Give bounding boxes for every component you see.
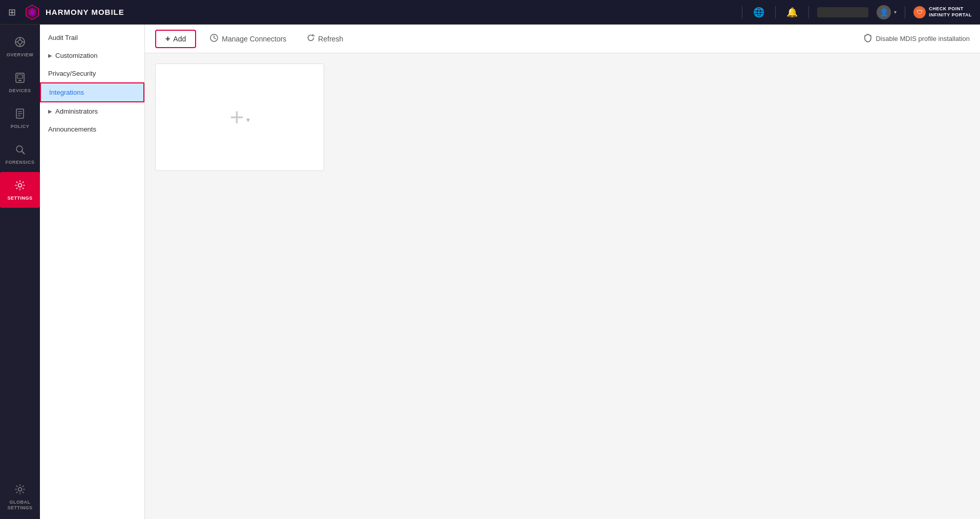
disable-mdis-label: Disable MDIS profile installation (876, 35, 970, 42)
overview-label: OVERVIEW (7, 52, 33, 57)
top-header: ⊞ HARMONY MOBILE 🌐 🔔 👤 ▾ 🛡 CHECK POINT I… (0, 0, 980, 25)
manage-connectors-icon (209, 33, 219, 45)
brand-logo-icon (24, 4, 40, 20)
global-settings-label: GLOBALSETTINGS (7, 500, 32, 511)
account-menu[interactable]: 👤 ▾ (877, 5, 897, 19)
sidebar-item-privacy-security[interactable]: Privacy/Security (40, 64, 144, 82)
svg-point-18 (18, 183, 22, 187)
main-layout: OVERVIEW DEVICES POLICY (0, 25, 980, 519)
svg-rect-11 (18, 80, 22, 81)
refresh-button[interactable]: Refresh (300, 30, 350, 48)
settings-sidebar: Audit Trail ▶ Customization Privacy/Secu… (40, 25, 145, 519)
account-input[interactable] (817, 7, 868, 17)
administrators-chevron-icon: ▶ (48, 109, 52, 114)
sidebar-item-devices[interactable]: DEVICES (0, 64, 40, 100)
forensics-icon (14, 144, 26, 158)
content-area: + Add Manage Connectors (145, 25, 980, 519)
add-plus-icon: + (165, 34, 170, 44)
refresh-label: Refresh (318, 35, 343, 43)
audit-trail-label: Audit Trail (48, 34, 78, 41)
header-divider-4 (905, 6, 905, 18)
content-toolbar: + Add Manage Connectors (145, 25, 980, 53)
sidebar-item-overview[interactable]: OVERVIEW (0, 29, 40, 64)
add-button[interactable]: + Add (155, 30, 196, 48)
bell-icon[interactable]: 🔔 (784, 4, 800, 20)
policy-label: POLICY (11, 124, 30, 129)
sidebar-item-customization[interactable]: ▶ Customization (40, 47, 144, 64)
content-body: + ▾ (145, 53, 980, 519)
forensics-label: FORENSICS (5, 160, 34, 165)
svg-rect-10 (17, 75, 23, 78)
globe-icon[interactable]: 🌐 (751, 4, 767, 20)
header-divider-3 (808, 6, 809, 18)
avatar: 👤 (877, 5, 891, 19)
sidebar-item-announcements[interactable]: Announcements (40, 120, 144, 138)
svg-point-4 (18, 40, 22, 44)
sidebar-item-policy[interactable]: POLICY (0, 100, 40, 136)
disable-mdis-button[interactable]: Disable MDIS profile installation (863, 33, 970, 45)
checkpoint-text: CHECK POINT INFINITY PORTAL (929, 6, 972, 18)
sidebar-item-administrators[interactable]: ▶ Administrators (40, 102, 144, 120)
header-divider-2 (775, 6, 776, 18)
sidebar-item-global-settings[interactable]: GLOBALSETTINGS (0, 479, 40, 515)
app-title: HARMONY MOBILE (46, 8, 124, 16)
global-settings-icon (14, 484, 26, 498)
devices-icon (15, 72, 25, 86)
header-logo: HARMONY MOBILE (24, 4, 124, 20)
customization-label: Customization (55, 52, 97, 59)
add-label: Add (173, 35, 186, 43)
settings-icon (14, 180, 26, 193)
manage-connectors-button[interactable]: Manage Connectors (202, 30, 293, 48)
overview-icon (14, 36, 26, 50)
sidebar-item-forensics[interactable]: FORENSICS (0, 136, 40, 172)
svg-point-19 (18, 487, 22, 491)
header-divider-1 (742, 6, 742, 18)
add-integration-card[interactable]: + ▾ (155, 63, 324, 171)
privacy-security-label: Privacy/Security (48, 70, 96, 77)
policy-icon (15, 108, 25, 122)
grid-icon[interactable]: ⊞ (8, 7, 16, 18)
devices-label: DEVICES (9, 88, 31, 93)
sidebar-item-integrations[interactable]: Integrations (40, 82, 144, 102)
svg-line-17 (22, 151, 25, 154)
account-chevron-icon: ▾ (894, 9, 897, 15)
left-nav: OVERVIEW DEVICES POLICY (0, 25, 40, 519)
nav-bottom: GLOBALSETTINGS (0, 479, 40, 515)
settings-label: SETTINGS (7, 196, 32, 201)
svg-point-16 (16, 146, 23, 152)
announcements-label: Announcements (48, 125, 96, 133)
sidebar-item-audit-trail[interactable]: Audit Trail (40, 29, 144, 47)
checkpoint-portal: 🛡 CHECK POINT INFINITY PORTAL (913, 6, 972, 18)
add-card-inner: + ▾ (229, 105, 249, 129)
header-right: 🌐 🔔 👤 ▾ 🛡 CHECK POINT INFINITY PORTAL (742, 4, 972, 20)
refresh-icon (307, 34, 315, 44)
add-card-plus-icon: + (229, 105, 244, 129)
sidebar-item-settings[interactable]: SETTINGS (0, 172, 40, 208)
checkpoint-shield-icon: 🛡 (913, 6, 926, 18)
administrators-label: Administrators (55, 107, 98, 115)
disable-mdis-shield-icon (863, 33, 872, 45)
add-card-chevron-icon: ▾ (246, 116, 250, 124)
manage-connectors-label: Manage Connectors (222, 35, 286, 43)
customization-chevron-icon: ▶ (48, 53, 52, 58)
integrations-label: Integrations (49, 89, 84, 96)
